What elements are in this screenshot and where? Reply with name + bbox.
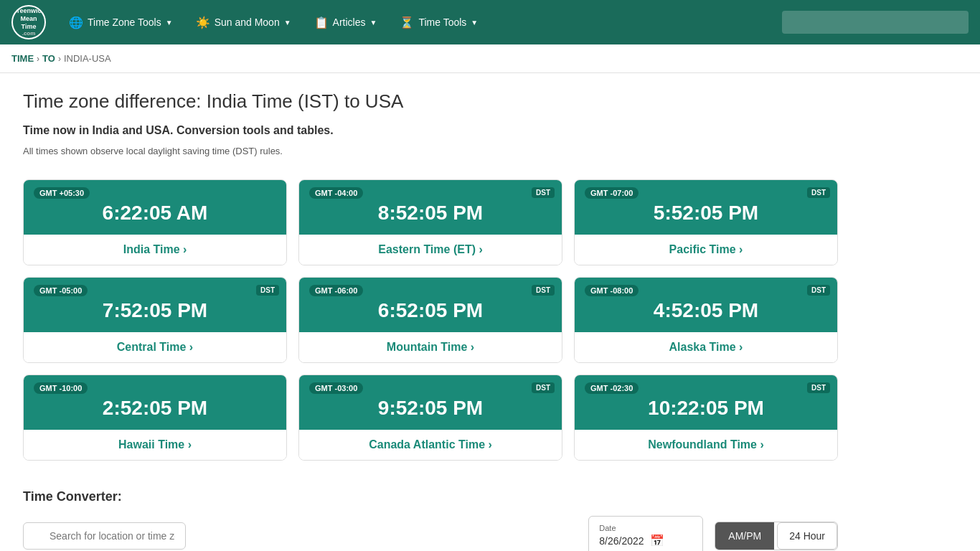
tz-card-footer: Hawaii Time › [24,430,286,460]
tz-time: 8:52:05 PM [309,202,552,225]
dst-badge: DST [532,285,555,296]
tz-time: 9:52:05 PM [309,397,552,420]
gmt-badge: GMT -04:00 [309,187,363,199]
location-search-input[interactable] [23,522,186,550]
tz-card-footer: Pacific Time › [575,235,837,265]
tz-card: GMT -06:00DST6:52:05 PMMountain Time › [298,277,562,363]
tz-card-header: GMT -02:30DST10:22:05 PM [575,375,837,430]
tz-time: 2:52:05 PM [34,397,276,420]
tz-card-link[interactable]: Alaska Time › [669,341,743,353]
tz-card-link[interactable]: Eastern Time (ET) › [378,243,483,255]
nav-timezone-tools[interactable]: 🌐 Time Zone Tools ▼ [60,11,182,34]
nav-sun-moon[interactable]: ☀️ Sun and Moon ▼ [187,11,300,34]
tz-card-footer: India Time › [24,235,286,265]
nav-articles[interactable]: 📋 Articles ▼ [306,11,386,34]
tz-card: GMT -07:00DST5:52:05 PMPacific Time › [574,179,838,265]
articles-arrow: ▼ [370,19,377,27]
page-title: Time zone difference: India Time (IST) t… [23,90,838,113]
articles-icon: 📋 [314,16,329,29]
tz-card-header: GMT -08:00DST4:52:05 PM [575,278,837,332]
time-tools-arrow: ▼ [471,19,478,27]
gmt-badge: GMT -10:00 [34,382,88,394]
tz-card-header: GMT -04:00DST8:52:05 PM [299,180,562,235]
tz-card-header: GMT +05:306:22:05 AM [24,180,286,235]
dst-badge: DST [807,187,830,198]
breadcrumb-time[interactable]: TIME [11,53,34,64]
tz-card-header: GMT -03:00DST9:52:05 PM [299,375,562,430]
tz-card-header: GMT -06:00DST6:52:05 PM [299,278,562,332]
gmt-badge: GMT -05:00 [34,285,88,296]
page-subtitle: Time now in India and USA. Conversion to… [23,124,838,137]
breadcrumb-sep1: › [37,54,39,64]
time-tools-icon: ⏳ [400,16,414,29]
dst-badge: DST [532,187,555,198]
tz-card-link[interactable]: Canada Atlantic Time › [369,438,492,451]
tz-card-link[interactable]: Mountain Time › [387,341,474,353]
tz-card-footer: Alaska Time › [575,332,837,362]
tz-time: 6:22:05 AM [34,202,276,225]
date-value-wrap: 8/26/2022 📅 [599,534,692,547]
breadcrumb: TIME › TO › INDIA-USA [0,44,980,73]
timezone-tools-arrow: ▼ [166,19,173,27]
hour24-button[interactable]: 24 Hour [777,522,837,550]
tz-time: 7:52:05 PM [34,299,276,322]
logo-dot: .com [12,30,45,37]
tz-card: GMT -04:00DST8:52:05 PMEastern Time (ET)… [298,179,562,265]
dst-badge: DST [807,382,830,393]
date-value: 8/26/2022 [599,535,644,547]
tz-card-footer: Canada Atlantic Time › [299,430,562,460]
tz-time: 4:52:05 PM [585,299,827,322]
tz-time: 5:52:05 PM [585,202,827,225]
sun-moon-label: Sun and Moon [215,17,280,28]
gmt-badge: GMT +05:30 [34,187,90,199]
nav-time-tools[interactable]: ⏳ Time Tools ▼ [391,11,486,34]
tz-card-footer: Mountain Time › [299,332,562,362]
articles-label: Articles [333,17,366,28]
converter-title: Time Converter: [23,489,838,504]
time-tools-label: Time Tools [418,17,466,28]
calendar-icon[interactable]: 📅 [650,534,664,547]
converter-section: Time Converter: 📍 Date 8/26/2022 📅 AM/PM… [23,489,838,551]
navbar: Greenwich Mean Time .com 🌐 Time Zone Too… [0,0,980,44]
tz-card: GMT -03:00DST9:52:05 PMCanada Atlantic T… [298,375,562,461]
date-label: Date [599,524,692,532]
dst-badge: DST [807,285,830,296]
tz-card-footer: Newfoundland Time › [575,430,837,460]
tz-card-footer: Central Time › [24,332,286,362]
converter-inputs: 📍 Date 8/26/2022 📅 AM/PM 24 Hour [23,516,838,551]
sun-moon-icon: ☀️ [196,16,210,29]
breadcrumb-to[interactable]: TO [42,53,55,64]
breadcrumb-current: INDIA-USA [64,53,111,64]
breadcrumb-sep2: › [58,54,61,64]
tz-card: GMT -05:00DST7:52:05 PMCentral Time › [23,277,287,363]
tz-card: GMT -08:00DST4:52:05 PMAlaska Time › [574,277,838,363]
logo-line2: Mean [12,15,45,23]
tz-card-link[interactable]: Newfoundland Time › [648,438,763,451]
date-field[interactable]: Date 8/26/2022 📅 [588,516,703,551]
logo-line1: Greenwich [12,7,45,15]
gmt-badge: GMT -07:00 [585,187,639,199]
logo-line3: Time [12,23,45,31]
logo-circle: Greenwich Mean Time .com [11,5,46,39]
tz-time: 10:22:05 PM [585,397,827,420]
sun-moon-arrow: ▼ [284,19,291,27]
ampm-button[interactable]: AM/PM [715,522,774,550]
tz-card-footer: Eastern Time (ET) › [299,235,562,265]
logo[interactable]: Greenwich Mean Time .com [11,5,46,39]
main-content: Time zone difference: India Time (IST) t… [0,73,861,551]
tz-card-header: GMT -07:00DST5:52:05 PM [575,180,837,235]
tz-card-link[interactable]: India Time › [123,243,187,255]
dst-badge: DST [256,285,279,296]
dst-note: All times shown observe local daylight s… [23,146,838,156]
gmt-badge: GMT -08:00 [585,285,639,296]
tz-card: GMT -02:30DST10:22:05 PMNewfoundland Tim… [574,375,838,461]
timezone-grid: GMT +05:306:22:05 AMIndia Time ›GMT -04:… [23,179,838,461]
location-search-wrap: 📍 [23,522,577,550]
gmt-badge: GMT -02:30 [585,382,639,394]
nav-search-input[interactable] [782,11,969,34]
tz-card-link[interactable]: Pacific Time › [669,243,743,255]
tz-card-link[interactable]: Hawaii Time › [118,438,192,451]
tz-card: GMT -10:002:52:05 PMHawaii Time › [23,375,287,461]
tz-card-link[interactable]: Central Time › [117,341,193,353]
timezone-tools-icon: 🌐 [69,16,83,29]
